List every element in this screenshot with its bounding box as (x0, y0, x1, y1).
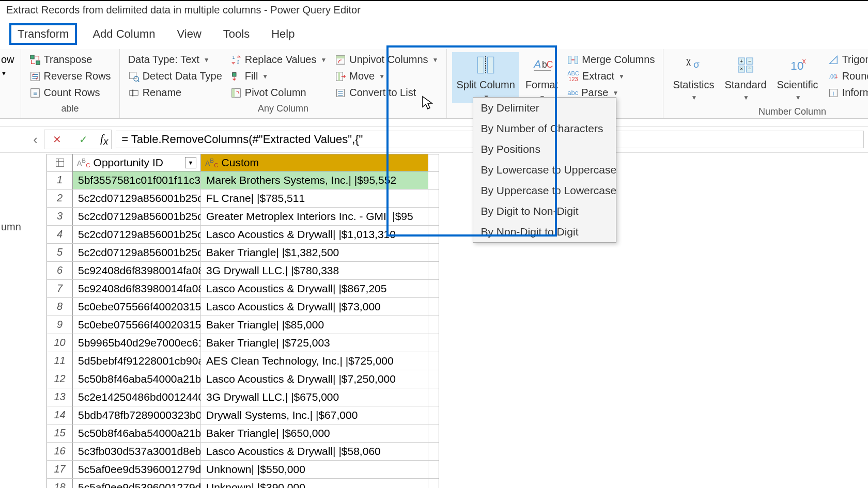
move-button[interactable]: Move ▼ (332, 69, 441, 84)
collapse-sidebar-icon[interactable]: ‹ (33, 132, 38, 148)
menu-tools[interactable]: Tools (217, 25, 256, 43)
merge-columns-button[interactable]: Merge Columns (564, 52, 658, 67)
split-lower-upper[interactable]: By Lowercase to Uppercase (473, 160, 616, 180)
cell-custom[interactable]: Baker Triangle| |$650,000 (201, 424, 428, 442)
cell-opportunity-id[interactable]: 5c92408d6f83980014fa089c (73, 280, 201, 297)
row-number[interactable]: 6 (47, 262, 73, 279)
menu-add-column[interactable]: Add Column (86, 25, 161, 43)
data-grid[interactable]: ABC Opportunity ID ▼ ABC Custom 15bf3557… (47, 154, 439, 488)
row-number[interactable]: 3 (47, 208, 73, 225)
table-row[interactable]: 15bf3557581c01f001f11c34fMarek Brothers … (47, 171, 439, 190)
row-number[interactable]: 10 (47, 334, 73, 352)
cancel-formula-button[interactable]: ✕ (48, 131, 67, 148)
row-number[interactable]: 16 (47, 443, 73, 460)
table-row[interactable]: 175c5af0ee9d5396001279dd0dUnknown| |$550… (47, 461, 439, 479)
split-nondigit-digit[interactable]: By Non-Digit to Digit (473, 222, 616, 242)
select-all-corner[interactable] (47, 154, 73, 171)
cell-opportunity-id[interactable]: 5c2e14250486bd0012440e82 (73, 388, 201, 406)
cell-opportunity-id[interactable]: 5bdb478fb7289000323b00dd (73, 406, 201, 424)
menu-help[interactable]: Help (265, 25, 301, 43)
replace-values-button[interactable]: 12 Replace Values ▼ (227, 52, 330, 67)
cell-opportunity-id[interactable]: 5c2cd07129a856001b25d449 (73, 244, 201, 261)
row-number[interactable]: 5 (47, 244, 73, 261)
cell-custom[interactable]: Unknown| |$550,000 (201, 461, 428, 478)
extract-button[interactable]: ABC123 Extract ▼ (564, 69, 658, 84)
pivot-column-button[interactable]: Pivot Column (227, 85, 330, 100)
row-number[interactable]: 11 (47, 352, 73, 370)
rounding-button[interactable]: .00 Rounding ▼ (825, 69, 868, 84)
cell-opportunity-id[interactable]: 5c2cd07129a856001b25d449 (73, 208, 201, 225)
filter-button[interactable]: ▼ (185, 157, 196, 168)
table-row[interactable]: 75c92408d6f83980014fa089cLasco Acoustics… (47, 280, 439, 298)
table-row[interactable]: 125c50b8f46aba54000a21bdfdLasco Acoustic… (47, 370, 439, 388)
cell-custom[interactable]: Lasco Acoustics & Drywall| |$73,000 (201, 298, 428, 316)
row-number[interactable]: 17 (47, 461, 73, 478)
table-row[interactable]: 95c0ebe075566f40020315e29Baker Triangle|… (47, 316, 439, 334)
scientific-button[interactable]: 10x Scientific ▼ (773, 52, 823, 103)
row-number[interactable]: 13 (47, 388, 73, 406)
column-header-opportunity-id[interactable]: ABC Opportunity ID ▼ (73, 154, 201, 171)
row-number[interactable]: 7 (47, 280, 73, 297)
table-row[interactable]: 85c0ebe075566f40020315e29Lasco Acoustics… (47, 298, 439, 316)
row-number[interactable]: 15 (47, 424, 73, 442)
cell-custom[interactable]: AES Clean Technology, Inc.| |$725,000 (201, 352, 428, 370)
cell-opportunity-id[interactable]: 5d5bebf4f91228001cb90ae7 (73, 352, 201, 370)
cell-custom[interactable]: Marek Brothers Systems, Inc.| |$95,552 (201, 171, 428, 189)
cell-opportunity-id[interactable]: 5c5af0ee9d5396001279dd0d (73, 479, 201, 488)
split-by-positions[interactable]: By Positions (473, 139, 616, 160)
cell-custom[interactable]: Lasco Acoustics & Drywall| |$867,205 (201, 280, 428, 297)
accept-formula-button[interactable]: ✓ (74, 131, 93, 148)
cell-opportunity-id[interactable]: 5bf3557581c01f001f11c34f (73, 171, 201, 189)
row-number[interactable]: 4 (47, 226, 73, 243)
column-header-custom[interactable]: ABC Custom (201, 154, 428, 171)
row-number[interactable]: 2 (47, 190, 73, 207)
row-number[interactable]: 8 (47, 298, 73, 316)
cell-opportunity-id[interactable]: 5c92408d6f83980014fa089c (73, 262, 201, 279)
row-number[interactable]: 12 (47, 370, 73, 388)
cell-custom[interactable]: Lasco Acoustics & Drywall| |$7,250,000 (201, 370, 428, 388)
split-by-delimiter[interactable]: By Delimiter (473, 98, 616, 118)
detect-type-button[interactable]: Detect Data Type (125, 69, 225, 84)
convert-list-button[interactable]: Convert to List (332, 85, 441, 100)
cell-opportunity-id[interactable]: 5c50b8f46aba54000a21bdfd (73, 370, 201, 388)
row-number[interactable]: 1 (47, 171, 73, 189)
table-row[interactable]: 185c5af0ee9d5396001279dd0dUnknown| |$390… (47, 479, 439, 488)
split-digit-nondigit[interactable]: By Digit to Non-Digit (473, 201, 616, 222)
row-number[interactable]: 18 (47, 479, 73, 488)
table-row[interactable]: 55c2cd07129a856001b25d449Baker Triangle|… (47, 244, 439, 262)
split-column-button[interactable]: Split Column ▼ (452, 52, 519, 103)
table-row[interactable]: 105b9965b40d29e7000ec6177dBaker Triangle… (47, 334, 439, 352)
table-row[interactable]: 145bdb478fb7289000323b00ddDrywall System… (47, 406, 439, 424)
fill-button[interactable]: Fill ▼ (227, 69, 330, 84)
cell-custom[interactable]: Baker Triangle| |$725,003 (201, 334, 428, 352)
cell-opportunity-id[interactable]: 5c2cd07129a856001b25d449 (73, 190, 201, 207)
information-button[interactable]: i Information ▼ (825, 85, 868, 100)
row-number[interactable]: 9 (47, 316, 73, 334)
table-row[interactable]: 155c50b8f46aba54000a21bdf2Baker Triangle… (47, 424, 439, 443)
transpose-button[interactable]: Transpose (26, 52, 114, 67)
table-row[interactable]: 115d5bebf4f91228001cb90ae7AES Clean Tech… (47, 352, 439, 370)
menu-transform[interactable]: Transform (9, 23, 77, 45)
trigonometry-button[interactable]: Trigonometry ▼ (825, 52, 868, 67)
cell-custom[interactable]: Lasco Acoustics & Drywall| |$58,060 (201, 443, 428, 460)
cell-custom[interactable]: Drywall Systems, Inc.| |$67,000 (201, 406, 428, 424)
cell-opportunity-id[interactable]: 5c0ebe075566f40020315e29 (73, 298, 201, 316)
cell-custom[interactable]: Lasco Acoustics & Drywall| |$1,013,310 (201, 226, 428, 243)
split-upper-lower[interactable]: By Uppercase to Lowercase (473, 180, 616, 201)
table-row[interactable]: 165c3fb030d537a3001d8eb471Lasco Acoustic… (47, 443, 439, 461)
table-row[interactable]: 65c92408d6f83980014fa089c3G Drywall LLC.… (47, 262, 439, 280)
data-type-button[interactable]: Data Type: Text ▼ (125, 52, 225, 67)
unpivot-button[interactable]: Unpivot Columns ▼ (332, 52, 441, 67)
cell-custom[interactable]: Baker Triangle| |$85,000 (201, 316, 428, 334)
table-row[interactable]: 135c2e14250486bd0012440e823G Drywall LLC… (47, 388, 439, 406)
cell-opportunity-id[interactable]: 5c50b8f46aba54000a21bdf2 (73, 424, 201, 442)
fx-icon[interactable]: fx (100, 132, 108, 147)
cell-custom[interactable]: Greater Metroplex Interiors Inc. - GMI| … (201, 208, 428, 225)
cell-custom[interactable]: Baker Triangle| |$1,382,500 (201, 244, 428, 261)
cell-opportunity-id[interactable]: 5c0ebe075566f40020315e29 (73, 316, 201, 334)
statistics-button[interactable]: χσ Statistics ▼ (669, 52, 718, 103)
reverse-rows-button[interactable]: Reverse Rows (26, 69, 114, 84)
row-number[interactable]: 14 (47, 406, 73, 424)
cell-custom[interactable]: 3G Drywall LLC.| |$675,000 (201, 388, 428, 406)
cell-opportunity-id[interactable]: 5c3fb030d537a3001d8eb471 (73, 443, 201, 460)
